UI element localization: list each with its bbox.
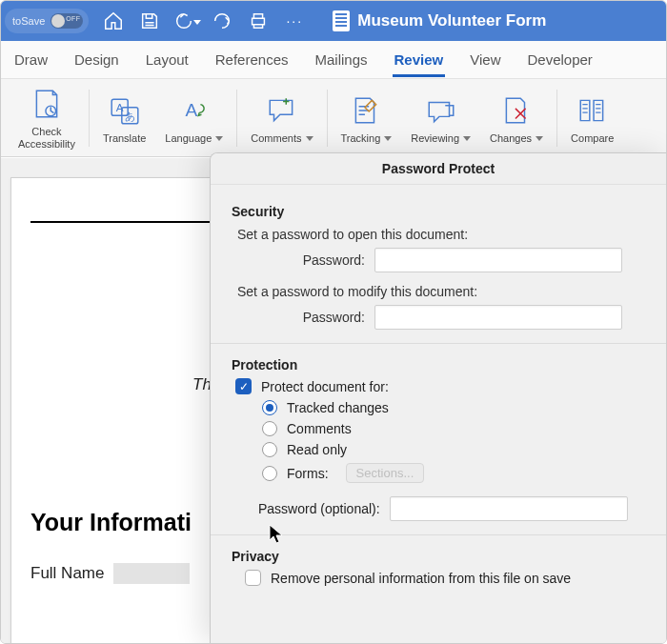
- divider: [211, 343, 666, 344]
- ribbon-compare[interactable]: Compare: [561, 79, 623, 157]
- ribbon-reviewing[interactable]: Reviewing: [401, 79, 480, 157]
- compare-icon: [574, 92, 612, 129]
- chevron-down-icon[interactable]: [193, 20, 201, 25]
- comments-icon: [263, 92, 301, 129]
- ribbon-tracking[interactable]: Tracking: [332, 79, 402, 157]
- radio-forms-label: Forms:: [287, 466, 329, 481]
- tracking-icon: [347, 92, 385, 129]
- chevron-down-icon: [463, 136, 471, 141]
- password-label: Password:: [289, 252, 365, 268]
- tab-view[interactable]: View: [468, 42, 502, 77]
- ribbon-translate[interactable]: Aあ Translate: [93, 79, 155, 157]
- ribbon: CheckAccessibility Aあ Translate A Langua…: [1, 79, 666, 157]
- ribbon-label: Tracking: [341, 132, 381, 144]
- save-icon[interactable]: [134, 6, 165, 36]
- svg-text:あ: あ: [124, 110, 134, 121]
- radio-tracked-changes[interactable]: [262, 400, 277, 415]
- divider: [327, 90, 328, 147]
- autosave-label: toSave: [12, 15, 45, 27]
- ribbon-comments[interactable]: Comments: [241, 79, 322, 157]
- modify-password-label: Set a password to modify this document:: [237, 284, 645, 299]
- ribbon-label: Language: [165, 132, 212, 144]
- open-password-label: Set a password to open this document:: [237, 227, 645, 242]
- more-icon[interactable]: ···: [279, 6, 310, 36]
- radio-read-only[interactable]: [262, 442, 277, 457]
- svg-text:A: A: [185, 100, 197, 120]
- divider: [211, 534, 666, 535]
- ribbon-language[interactable]: A Language: [155, 79, 232, 157]
- accessibility-icon: [28, 86, 66, 122]
- tab-review[interactable]: Review: [393, 42, 446, 77]
- fullname-label: Full Name: [30, 564, 104, 583]
- tab-mailings[interactable]: Mailings: [313, 42, 369, 77]
- ribbon-label: Translate: [103, 132, 146, 144]
- protect-document-label: Protect document for:: [261, 379, 389, 394]
- divider: [236, 90, 237, 147]
- ribbon-label: Changes: [490, 132, 532, 144]
- protect-document-checkbox[interactable]: ✓: [235, 378, 252, 394]
- ribbon-label: CheckAccessibility: [18, 126, 75, 150]
- tab-developer[interactable]: Developer: [525, 42, 594, 77]
- ribbon-check-accessibility[interactable]: CheckAccessibility: [9, 79, 85, 157]
- security-heading: Security: [232, 204, 645, 219]
- changes-icon: [497, 92, 536, 129]
- ribbon-label: Compare: [571, 132, 614, 144]
- redo-icon[interactable]: [207, 6, 237, 36]
- radio-forms[interactable]: [262, 466, 277, 481]
- fullname-input[interactable]: [113, 563, 190, 584]
- divider: [556, 90, 557, 147]
- print-icon[interactable]: [243, 6, 273, 36]
- password-protect-dialog: Password Protect Security Set a password…: [210, 152, 666, 643]
- document-title: Museum Volunteer Form: [333, 10, 546, 31]
- ribbon-label: Comments: [251, 132, 301, 144]
- divider: [89, 90, 90, 147]
- open-password-input[interactable]: [374, 248, 622, 272]
- radio-tracked-label: Tracked changes: [287, 400, 389, 415]
- tab-layout[interactable]: Layout: [144, 42, 191, 77]
- radio-comments[interactable]: [262, 421, 277, 436]
- tab-draw[interactable]: Draw: [12, 42, 50, 77]
- protection-heading: Protection: [232, 357, 645, 372]
- chevron-down-icon: [384, 136, 392, 141]
- remove-personal-info-checkbox[interactable]: ✓: [245, 570, 261, 586]
- radio-comments-label: Comments: [287, 421, 352, 436]
- tab-design[interactable]: Design: [72, 42, 121, 77]
- radio-readonly-label: Read only: [287, 442, 347, 457]
- chevron-down-icon: [306, 136, 313, 141]
- dialog-title: Password Protect: [211, 153, 666, 185]
- translate-icon: Aあ: [106, 92, 144, 129]
- home-icon[interactable]: [98, 6, 129, 36]
- privacy-heading: Privacy: [232, 549, 645, 564]
- reviewing-icon: [422, 92, 460, 129]
- toggle-off-icon: [51, 13, 83, 29]
- window-titlebar: toSave ··· Museum Volunteer Form: [1, 1, 666, 41]
- protection-password-input[interactable]: [390, 496, 628, 521]
- password-optional-label: Password (optional):: [258, 501, 380, 516]
- tab-references[interactable]: References: [213, 42, 291, 77]
- ribbon-tabs: Draw Design Layout References Mailings R…: [1, 41, 666, 79]
- ribbon-changes[interactable]: Changes: [480, 79, 553, 157]
- chevron-down-icon: [215, 136, 223, 141]
- autosave-toggle[interactable]: toSave: [5, 9, 89, 33]
- language-icon: A: [175, 92, 213, 129]
- ribbon-label: Reviewing: [411, 132, 459, 144]
- document-title-text: Museum Volunteer Form: [357, 11, 546, 30]
- document-icon: [333, 10, 350, 31]
- password-label: Password:: [289, 310, 365, 325]
- sections-button[interactable]: Sections...: [346, 463, 425, 483]
- remove-personal-info-label: Remove personal information from this fi…: [271, 571, 571, 586]
- modify-password-input[interactable]: [374, 305, 622, 330]
- chevron-down-icon: [536, 136, 543, 141]
